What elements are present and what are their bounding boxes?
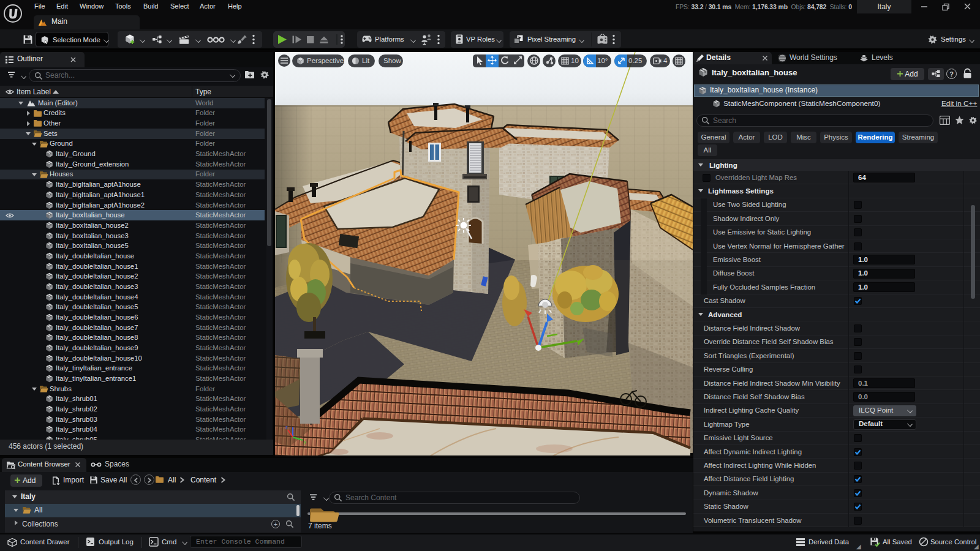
svg-text:z: z bbox=[285, 424, 288, 430]
svg-text:y: y bbox=[304, 439, 306, 444]
